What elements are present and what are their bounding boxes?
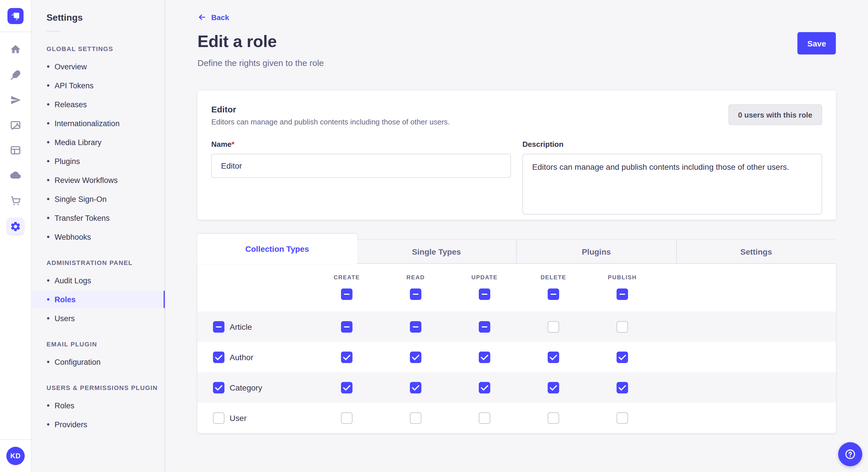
nav-rail-icons (0, 32, 31, 236)
back-arrow-icon (197, 12, 207, 22)
question-mark-icon (844, 448, 857, 461)
author-read-checkbox[interactable] (410, 351, 422, 363)
help-button[interactable] (838, 442, 862, 466)
category-update-checkbox[interactable] (479, 382, 490, 393)
home-icon[interactable] (7, 41, 24, 58)
user-avatar[interactable]: KD (6, 447, 25, 465)
column-header-read: READ (381, 274, 450, 280)
section-label: ADMINISTRATION PANEL (32, 259, 165, 266)
app-screen: KD Settings GLOBAL SETTINGS Overview API… (0, 0, 868, 472)
row-label: Category (229, 383, 262, 392)
article-publish-checkbox[interactable] (617, 321, 628, 332)
select-all-create-checkbox[interactable] (341, 289, 352, 300)
sidebar-item-releases[interactable]: Releases (32, 96, 165, 113)
required-asterisk: * (231, 140, 235, 148)
row-select-checkbox[interactable] (213, 351, 224, 363)
sidebar-item-plugins[interactable]: Plugins (32, 153, 165, 170)
users-with-role-button[interactable]: 0 users with this role (728, 104, 822, 125)
column-header-create: CREATE (312, 274, 381, 280)
author-create-checkbox[interactable] (341, 351, 352, 363)
permissions-table: CREATE READ UPDATE DELETE PUBLISH (197, 264, 836, 433)
tab-plugins[interactable]: Plugins (516, 239, 676, 264)
section-label: GLOBAL SETTINGS (32, 45, 165, 52)
column-header-publish: PUBLISH (588, 274, 657, 280)
section-administration-panel: ADMINISTRATION PANEL Audit Logs Roles Us… (32, 259, 165, 327)
tab-single-types[interactable]: Single Types (357, 239, 516, 264)
tab-settings[interactable]: Settings (676, 239, 836, 264)
permission-row-article: Article (197, 311, 836, 342)
permissions-table-header: CREATE READ UPDATE DELETE PUBLISH (197, 264, 836, 311)
cloud-icon[interactable] (7, 167, 24, 184)
category-read-checkbox[interactable] (410, 382, 422, 393)
settings-sidebar: Settings GLOBAL SETTINGS Overview API To… (32, 0, 165, 472)
role-name-heading: Editor (211, 104, 450, 114)
user-read-checkbox[interactable] (410, 412, 422, 424)
permissions-tabs: Collection Types Single Types Plugins Se… (197, 234, 836, 264)
author-delete-checkbox[interactable] (548, 351, 559, 363)
user-create-checkbox[interactable] (341, 412, 352, 424)
author-publish-checkbox[interactable] (617, 351, 628, 363)
sidebar-item-api-tokens[interactable]: API Tokens (32, 77, 165, 94)
role-description-text: Editors can manage and publish contents … (211, 117, 450, 126)
cart-icon[interactable] (7, 192, 24, 209)
page-title: Edit a role (197, 32, 277, 51)
sidebar-item-roles-admin[interactable]: Roles (32, 291, 165, 308)
feather-icon[interactable] (7, 66, 24, 83)
section-label: USERS & PERMISSIONS PLUGIN (32, 384, 165, 391)
section-email-plugin: EMAIL PLUGIN Configuration (32, 341, 165, 370)
article-delete-checkbox[interactable] (548, 321, 559, 332)
author-update-checkbox[interactable] (479, 351, 490, 363)
sidebar-item-single-sign-on[interactable]: Single Sign-On (32, 191, 165, 208)
sidebar-item-media-library[interactable]: Media Library (32, 134, 165, 151)
sidebar-item-webhooks[interactable]: Webhooks (32, 228, 165, 245)
row-select-checkbox[interactable] (213, 321, 224, 332)
sidebar-item-configuration[interactable]: Configuration (32, 353, 165, 370)
name-label: Name (211, 140, 231, 148)
select-all-delete-checkbox[interactable] (548, 289, 559, 300)
sidebar-item-providers[interactable]: Providers (32, 416, 165, 433)
sidebar-item-users[interactable]: Users (32, 310, 165, 327)
category-publish-checkbox[interactable] (617, 382, 628, 393)
name-field-group: Name* (211, 139, 511, 214)
category-create-checkbox[interactable] (341, 382, 352, 393)
row-label: Author (229, 352, 253, 362)
nav-rail-logo-section (0, 0, 31, 32)
sidebar-item-transfer-tokens[interactable]: Transfer Tokens (32, 209, 165, 227)
sidebar-item-audit-logs[interactable]: Audit Logs (32, 272, 165, 289)
page-subtitle: Define the rights given to the role (197, 58, 836, 68)
user-publish-checkbox[interactable] (617, 412, 628, 424)
sidebar-item-internationalization[interactable]: Internationalization (32, 115, 165, 132)
select-all-update-checkbox[interactable] (479, 289, 490, 300)
category-delete-checkbox[interactable] (548, 382, 559, 393)
permission-row-author: Author (197, 342, 836, 372)
sidebar-title-divider (46, 31, 60, 32)
row-select-checkbox[interactable] (213, 412, 224, 424)
select-all-read-checkbox[interactable] (410, 289, 422, 300)
user-delete-checkbox[interactable] (548, 412, 559, 424)
permission-row-category: Category (197, 372, 836, 403)
row-label: User (229, 413, 247, 423)
name-input[interactable] (211, 154, 511, 178)
gear-icon[interactable] (6, 217, 25, 236)
section-global-settings: GLOBAL SETTINGS Overview API Tokens Rele… (32, 45, 165, 245)
user-update-checkbox[interactable] (479, 412, 490, 424)
article-create-checkbox[interactable] (341, 321, 352, 332)
tab-collection-types[interactable]: Collection Types (197, 234, 357, 264)
section-label: EMAIL PLUGIN (32, 341, 165, 347)
layout-icon[interactable] (7, 142, 24, 159)
sidebar-item-roles-up[interactable]: Roles (32, 397, 165, 414)
description-textarea[interactable]: Editors can manage and publish contents … (522, 154, 822, 214)
article-update-checkbox[interactable] (479, 321, 490, 332)
permissions-card: Collection Types Single Types Plugins Se… (197, 234, 836, 433)
sidebar-item-overview[interactable]: Overview (32, 58, 165, 75)
media-library-icon[interactable] (7, 116, 24, 134)
sidebar-item-review-workflows[interactable]: Review Workflows (32, 171, 165, 189)
back-label: Back (211, 13, 229, 22)
strapi-logo[interactable] (7, 8, 24, 24)
row-select-checkbox[interactable] (213, 382, 224, 393)
select-all-publish-checkbox[interactable] (617, 289, 628, 300)
back-link[interactable]: Back (197, 12, 229, 22)
paper-plane-icon[interactable] (7, 91, 24, 108)
save-button[interactable]: Save (798, 32, 836, 55)
article-read-checkbox[interactable] (410, 321, 422, 332)
